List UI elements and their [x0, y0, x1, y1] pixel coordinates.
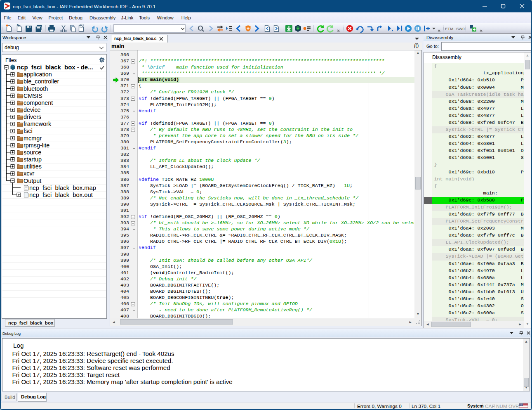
svg-text:ETM: ETM — [445, 26, 453, 31]
svg-text:SW0: SW0 — [456, 26, 465, 31]
